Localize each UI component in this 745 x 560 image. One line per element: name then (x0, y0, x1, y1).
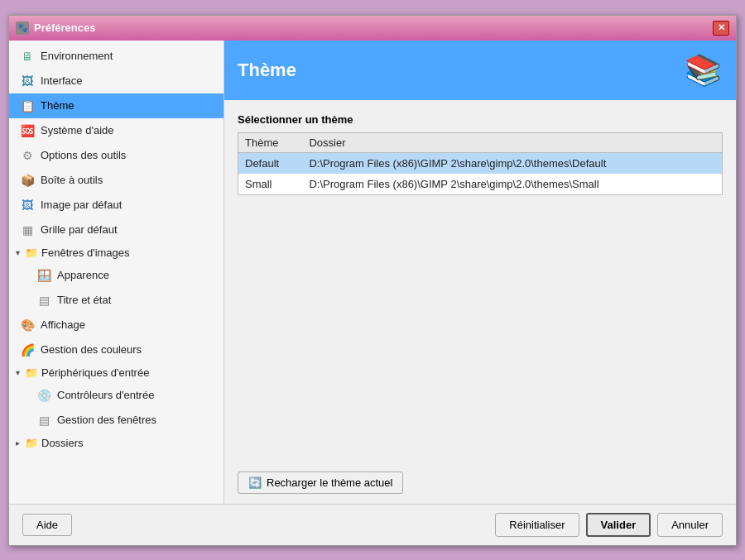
sidebar-label-appear: Apparence (57, 269, 109, 281)
sidebar-item-toolopts[interactable]: ⚙ Options des outils (9, 143, 223, 168)
window-body: 🖥 Environnement 🖼 Interface 📋 Thème 🆘 Sy… (9, 41, 736, 545)
close-button[interactable]: ✕ (713, 21, 729, 36)
inputdev-expand-icon: ▾ (16, 368, 20, 377)
sidebar-label-help: Système d'aide (41, 124, 113, 136)
sidebar-item-winmgr[interactable]: ▤ Gestion des fenêtres (9, 408, 223, 433)
folders-expand-icon: ▸ (16, 438, 20, 448)
toolbox-icon: 📦 (19, 172, 36, 189)
winmgr-icon: ▤ (36, 412, 52, 428)
sidebar-item-env[interactable]: 🖥 Environnement (9, 44, 223, 69)
sidebar-label-env: Environnement (41, 50, 113, 62)
ok-button[interactable]: Valider (586, 513, 651, 537)
sidebar-item-ctrldev[interactable]: 💿 Contrôleurs d'entrée (9, 383, 223, 408)
reload-button[interactable]: 🔄 Recharger le thème actuel (238, 471, 403, 494)
ctrldev-icon: 💿 (36, 387, 52, 404)
sidebar-item-appear[interactable]: 🪟 Apparence (9, 263, 223, 288)
sidebar-item-titlestate[interactable]: ▤ Titre et état (9, 288, 223, 313)
env-icon: 🖥 (19, 48, 36, 65)
windows-expand-icon: ▾ (16, 248, 20, 257)
sidebar-item-theme[interactable]: 📋 Thème (9, 93, 223, 118)
theme-table: Thème Dossier Default D:\Program Files (… (238, 132, 723, 195)
sidebar-label-titlestate: Titre et état (57, 294, 111, 306)
iface-icon: 🖼 (19, 73, 36, 89)
preferences-window: 🐾 Préférences ✕ 🖥 Environnement 🖼 Interf… (8, 15, 737, 546)
panel-header: Thème 📚 (224, 41, 736, 100)
inputdev-icon: 📁 (25, 366, 38, 379)
sidebar-label-ctrldev: Contrôleurs d'entrée (57, 389, 154, 401)
theme-name-default: Default (238, 152, 303, 174)
sidebar-label-iface: Interface (41, 74, 83, 87)
panel-title: Thème (238, 60, 296, 81)
toolopts-icon: ⚙ (19, 147, 36, 164)
section-label: Sélectionner un thème (238, 113, 723, 126)
reset-button[interactable]: Réinitialiser (495, 513, 579, 537)
sidebar-label-display: Affichage (41, 318, 85, 331)
colormanage-icon: 🌈 (19, 342, 36, 358)
sidebar-label-imgdef: Image par défaut (41, 199, 122, 211)
reload-label: Recharger le thème actuel (267, 476, 392, 489)
sidebar-group-windows[interactable]: ▾ 📁 Fenêtres d'images (9, 242, 223, 263)
sidebar-item-iface[interactable]: 🖼 Interface (9, 69, 223, 93)
help-icon: 🆘 (19, 122, 36, 139)
reload-icon: 🔄 (248, 476, 262, 489)
theme-folder-default: D:\Program Files (x86)\GIMP 2\share\gimp… (302, 152, 722, 174)
theme-folder-small: D:\Program Files (x86)\GIMP 2\share\gimp… (302, 174, 722, 195)
sidebar-item-grid[interactable]: ▦ Grille par défaut (9, 218, 223, 242)
theme-name-small: Small (238, 174, 303, 195)
titlestate-icon: ▤ (36, 292, 52, 309)
sidebar-label-folders: Dossiers (41, 437, 84, 449)
sidebar-item-display[interactable]: 🎨 Affichage (9, 313, 223, 337)
title-bar-left: 🐾 Préférences (16, 22, 95, 35)
footer: Aide Réinitialiser Valider Annuler (9, 504, 736, 545)
sidebar: 🖥 Environnement 🖼 Interface 📋 Thème 🆘 Sy… (9, 41, 224, 504)
window-title: Préférences (34, 22, 95, 34)
title-bar: 🐾 Préférences ✕ (9, 16, 736, 41)
sidebar-label-inputdev: Périphériques d'entrée (41, 366, 149, 379)
imgdef-icon: 🖼 (19, 197, 36, 213)
windows-icon: 📁 (25, 246, 38, 259)
sidebar-label-grid: Grille par défaut (41, 223, 118, 236)
reload-section: 🔄 Recharger le thème actuel (224, 465, 736, 504)
sidebar-item-colormanage[interactable]: 🌈 Gestion des couleurs (9, 337, 223, 362)
panel-content: Sélectionner un thème Thème Dossier Defa… (224, 100, 736, 465)
grid-icon: ▦ (19, 222, 36, 238)
panel-icon: 📚 (683, 50, 723, 90)
sidebar-group-inputdev[interactable]: ▾ 📁 Périphériques d'entrée (9, 362, 223, 383)
sidebar-label-winmgr: Gestion des fenêtres (57, 414, 156, 426)
content-area: 🖥 Environnement 🖼 Interface 📋 Thème 🆘 Sy… (9, 41, 736, 504)
help-button[interactable]: Aide (22, 514, 72, 536)
sidebar-label-theme: Thème (41, 99, 74, 112)
cancel-button[interactable]: Annuler (657, 513, 723, 537)
sidebar-group-folders[interactable]: ▸ 📁 Dossiers (9, 433, 223, 453)
display-icon: 🎨 (19, 317, 36, 333)
col-folder: Dossier (302, 132, 722, 152)
sidebar-label-windows: Fenêtres d'images (41, 246, 130, 259)
sidebar-label-toolbox: Boîte à outils (41, 174, 103, 186)
sidebar-label-colormanage: Gestion des couleurs (41, 343, 142, 356)
folders-icon: 📁 (25, 437, 38, 449)
appear-icon: 🪟 (36, 267, 52, 284)
sidebar-item-toolbox[interactable]: 📦 Boîte à outils (9, 168, 223, 193)
sidebar-label-toolopts: Options des outils (41, 149, 126, 161)
col-theme: Thème (238, 132, 303, 152)
theme-icon: 📋 (19, 98, 36, 114)
sidebar-item-help[interactable]: 🆘 Système d'aide (9, 118, 223, 143)
table-row[interactable]: Default D:\Program Files (x86)\GIMP 2\sh… (238, 152, 723, 174)
sidebar-item-imgdef[interactable]: 🖼 Image par défaut (9, 193, 223, 218)
app-icon: 🐾 (16, 22, 29, 35)
footer-right: Réinitialiser Valider Annuler (495, 513, 723, 537)
table-row[interactable]: Small D:\Program Files (x86)\GIMP 2\shar… (238, 174, 723, 195)
main-panel: Thème 📚 Sélectionner un thème Thème Doss… (224, 41, 736, 504)
